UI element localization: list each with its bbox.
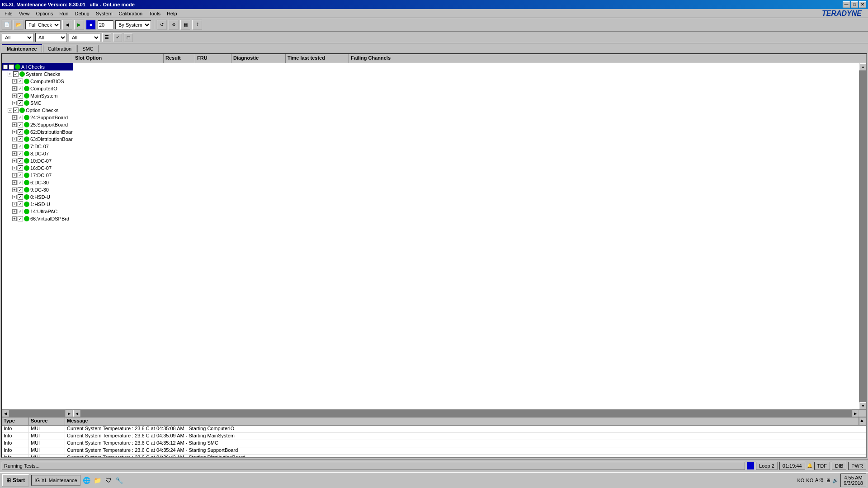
checkbox-computer-bios[interactable]: ✓ bbox=[18, 79, 23, 84]
checkbox-17-dc07[interactable]: ✓ bbox=[18, 173, 23, 178]
checkbox-system-checks[interactable]: ✓ bbox=[13, 71, 19, 77]
tree-item-10-dc07[interactable]: + ✓ 10:DC-07 bbox=[2, 157, 73, 164]
checkbox-16-dc07[interactable]: ✓ bbox=[18, 165, 23, 171]
tree-item-63-dist[interactable]: + ✓ 63:DistributionBoar bbox=[2, 136, 73, 143]
tree-item-9-dc30[interactable]: + ✓ 9:DC-30 bbox=[2, 186, 73, 193]
tree-item-option-checks[interactable]: - ✓ Option Checks bbox=[2, 107, 73, 114]
tree-item-system-checks[interactable]: + ✓ System Checks bbox=[2, 70, 73, 78]
log-scroll-up[interactable]: ▲ bbox=[859, 418, 866, 425]
expand-system-checks[interactable]: + bbox=[8, 72, 12, 76]
tree-item-main-system[interactable]: + ✓ MainSystem bbox=[2, 92, 73, 99]
checkbox-7-dc07[interactable]: ✓ bbox=[18, 144, 23, 149]
checkbox-computer-io[interactable]: ✓ bbox=[18, 86, 23, 91]
scroll-up-btn[interactable]: ▲ bbox=[859, 63, 866, 70]
filter-check-btn[interactable]: ✓ bbox=[113, 33, 122, 42]
menu-system[interactable]: System bbox=[93, 10, 115, 17]
start-button[interactable]: ⊞ Start bbox=[2, 474, 29, 487]
checkbox-smc[interactable]: ✓ bbox=[18, 100, 23, 106]
tab-smc[interactable]: SMC bbox=[77, 45, 98, 52]
tree-item-16-dc07[interactable]: + ✓ 16:DC-07 bbox=[2, 164, 73, 172]
maximize-button[interactable]: □ bbox=[851, 1, 858, 8]
expand-main-system[interactable]: + bbox=[12, 94, 17, 98]
taskbar-folder-icon[interactable]: 📁 bbox=[93, 476, 102, 485]
taskbar-ie-icon[interactable]: 🌐 bbox=[82, 476, 91, 485]
expand-10-dc07[interactable]: + bbox=[12, 159, 17, 163]
expand-17-dc07[interactable]: + bbox=[12, 173, 17, 178]
checkbox-62-dist[interactable]: ✓ bbox=[18, 129, 23, 135]
expand-16-dc07[interactable]: + bbox=[12, 166, 17, 170]
tree-item-62-dist[interactable]: + ✓ 62:DistributionBoar bbox=[2, 128, 73, 136]
filter-list-btn[interactable]: ☰ bbox=[102, 33, 111, 42]
filter-clear-btn[interactable]: □ bbox=[124, 33, 133, 42]
right-scrollbar[interactable]: ▲ ▼ bbox=[859, 63, 866, 409]
checkbox-option-checks[interactable]: ✓ bbox=[13, 108, 19, 113]
taskbar-shield-icon[interactable]: 🛡 bbox=[104, 476, 113, 485]
menu-calibration[interactable]: Calibration bbox=[116, 10, 146, 17]
expand-smc[interactable]: + bbox=[12, 101, 17, 105]
tree-item-computer-bios[interactable]: + ✓ ComputerBIOS bbox=[2, 78, 73, 85]
by-system-dropdown[interactable]: By System bbox=[115, 20, 151, 29]
tree-item-17-dc07[interactable]: + ✓ 17:DC-07 bbox=[2, 172, 73, 179]
expand-option-checks[interactable]: - bbox=[8, 108, 12, 113]
tab-calibration[interactable]: Calibration bbox=[43, 45, 77, 52]
checkbox-8-dc07[interactable]: ✓ bbox=[18, 151, 23, 156]
tree-item-7-dc07[interactable]: + ✓ 7:DC-07 bbox=[2, 143, 73, 150]
expand-0-hsd[interactable]: + bbox=[12, 195, 17, 199]
filter-all-1[interactable]: All bbox=[2, 33, 33, 42]
tree-item-0-hsd[interactable]: + ✓ 0:HSD-U bbox=[2, 193, 73, 201]
toolbar-new-btn[interactable]: 📄 bbox=[2, 20, 12, 30]
toolbar-play-btn[interactable]: ▶ bbox=[74, 20, 84, 30]
tree-item-smc[interactable]: + ✓ SMC bbox=[2, 99, 73, 107]
close-button[interactable]: ✕ bbox=[859, 1, 866, 8]
tree-item-all-checks[interactable]: - ✓ All Checks bbox=[2, 63, 73, 70]
checkbox-24-support[interactable]: ✓ bbox=[18, 115, 23, 120]
expand-63-dist[interactable]: + bbox=[12, 137, 17, 141]
scroll-down-btn[interactable]: ▼ bbox=[859, 402, 866, 409]
tree-item-25-support[interactable]: + ✓ 25:SupportBoard bbox=[2, 121, 73, 128]
menu-file[interactable]: File bbox=[2, 10, 15, 17]
menu-options[interactable]: Options bbox=[33, 10, 56, 17]
right-scroll-left[interactable]: ◀ bbox=[73, 410, 80, 417]
expand-computer-io[interactable]: + bbox=[12, 86, 17, 91]
expand-7-dc07[interactable]: + bbox=[12, 144, 17, 149]
expand-25-support[interactable]: + bbox=[12, 122, 17, 127]
check-type-dropdown[interactable]: Full Check bbox=[25, 20, 61, 29]
toolbar-settings-btn[interactable]: ⚙ bbox=[169, 20, 179, 30]
checkbox-0-hsd[interactable]: ✓ bbox=[18, 194, 23, 200]
expand-62-dist[interactable]: + bbox=[12, 130, 17, 134]
right-scroll-right[interactable]: ▶ bbox=[852, 410, 859, 417]
tree-item-14-ultrapac[interactable]: + ✓ 14:UltraPAC bbox=[2, 208, 73, 215]
expand-8-dc07[interactable]: + bbox=[12, 151, 17, 156]
expand-9-dc30[interactable]: + bbox=[12, 188, 17, 192]
toolbar-open-btn[interactable]: 📂 bbox=[14, 20, 24, 30]
toolbar-export-btn[interactable]: ⤴ bbox=[192, 20, 202, 30]
checkbox-main-system[interactable]: ✓ bbox=[18, 93, 23, 99]
menu-view[interactable]: View bbox=[16, 10, 33, 17]
checkbox-63-dist[interactable]: ✓ bbox=[18, 136, 23, 142]
left-scroll-left[interactable]: ◀ bbox=[2, 410, 9, 417]
filter-all-2[interactable]: All bbox=[35, 33, 67, 42]
left-scroll-right[interactable]: ▶ bbox=[66, 410, 73, 417]
menu-debug[interactable]: Debug bbox=[72, 10, 92, 17]
filter-all-3[interactable]: All bbox=[69, 33, 100, 42]
loop-count-input[interactable] bbox=[98, 20, 113, 29]
tab-maintenance[interactable]: Maintenance bbox=[2, 44, 42, 52]
taskbar-app-item[interactable]: IG-XL Maintenance bbox=[31, 475, 80, 486]
checkbox-6-dc30[interactable]: ✓ bbox=[18, 180, 23, 185]
toolbar-stop-btn[interactable]: ■ bbox=[86, 20, 96, 30]
taskbar-tool-icon[interactable]: 🔧 bbox=[115, 476, 124, 485]
checkbox-25-support[interactable]: ✓ bbox=[18, 122, 23, 127]
expand-24-support[interactable]: + bbox=[12, 115, 17, 120]
expand-66-virt-dsp[interactable]: + bbox=[12, 216, 17, 221]
tree-item-1-hsd[interactable]: + ✓ 1:HSD-U bbox=[2, 201, 73, 208]
tree-item-66-virt-dsp[interactable]: + ✓ 66:VirtualDSPBrd bbox=[2, 215, 73, 222]
menu-run[interactable]: Run bbox=[57, 10, 71, 17]
checkbox-14-ultrapac[interactable]: ✓ bbox=[18, 209, 23, 214]
tree-item-computer-io[interactable]: + ✓ ComputerIO bbox=[2, 85, 73, 92]
expand-1-hsd[interactable]: + bbox=[12, 202, 17, 206]
checkbox-1-hsd[interactable]: ✓ bbox=[18, 202, 23, 207]
minimize-button[interactable]: — bbox=[843, 1, 850, 8]
expand-14-ultrapac[interactable]: + bbox=[12, 209, 17, 214]
toolbar-refresh-btn[interactable]: ↺ bbox=[157, 20, 167, 30]
toolbar-grid-btn[interactable]: ▦ bbox=[180, 20, 190, 30]
